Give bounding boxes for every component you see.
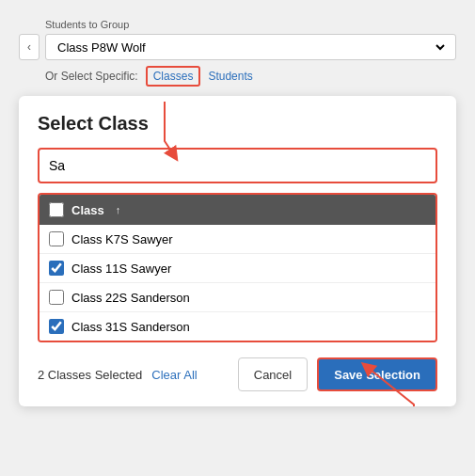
row-label-3: Class 31S Sanderson — [71, 320, 190, 334]
select-class-dialog: Select Class Class ↑ Class K7S Sawyer Cl… — [19, 96, 456, 406]
cancel-button[interactable]: Cancel — [238, 357, 308, 391]
dropdown-row: ‹ Class P8W Wolf — [19, 34, 456, 60]
table-row: Class 11S Sawyer — [40, 254, 435, 283]
table-header: Class ↑ — [40, 195, 435, 225]
select-all-checkbox[interactable] — [49, 202, 64, 217]
top-section: Students to Group ‹ Class P8W Wolf Or Se… — [19, 19, 456, 87]
selected-count: 2 Classes Selected — [38, 368, 142, 382]
class-column-header: Class — [71, 203, 104, 217]
tab-students[interactable]: Students — [208, 70, 252, 83]
clear-all-button[interactable]: Clear All — [151, 368, 197, 382]
class-dropdown[interactable]: Class P8W Wolf — [45, 34, 456, 60]
row-checkbox-0[interactable] — [49, 231, 64, 246]
bottom-bar: 2 Classes Selected Clear All Cancel Save… — [38, 357, 437, 391]
table-row: Class 31S Sanderson — [40, 312, 435, 341]
students-to-group-label: Students to Group — [19, 19, 456, 30]
or-select-row: Or Select Specific: Classes Students — [19, 66, 456, 87]
class-select[interactable]: Class P8W Wolf — [54, 40, 448, 56]
page-wrapper: Students to Group ‹ Class P8W Wolf Or Se… — [19, 19, 456, 406]
class-table: Class ↑ Class K7S Sawyer Class 11S Sawye… — [38, 193, 437, 342]
table-row: Class K7S Sawyer — [40, 225, 435, 254]
row-label-1: Class 11S Sawyer — [71, 262, 171, 276]
row-label-0: Class K7S Sawyer — [71, 232, 173, 246]
back-arrow-button[interactable]: ‹ — [19, 34, 40, 60]
row-label-2: Class 22S Sanderson — [71, 291, 190, 305]
row-checkbox-2[interactable] — [49, 290, 64, 305]
tab-classes[interactable]: Classes — [146, 66, 201, 87]
or-select-label: Or Select Specific: — [45, 70, 138, 83]
search-box-wrapper — [38, 148, 437, 183]
table-row: Class 22S Sanderson — [40, 283, 435, 312]
dialog-title: Select Class — [38, 113, 437, 135]
row-checkbox-1[interactable] — [49, 261, 64, 276]
search-input[interactable] — [40, 150, 435, 182]
sort-arrow-icon[interactable]: ↑ — [116, 204, 121, 215]
save-selection-button[interactable]: Save Selection — [317, 357, 437, 391]
row-checkbox-3[interactable] — [49, 319, 64, 334]
